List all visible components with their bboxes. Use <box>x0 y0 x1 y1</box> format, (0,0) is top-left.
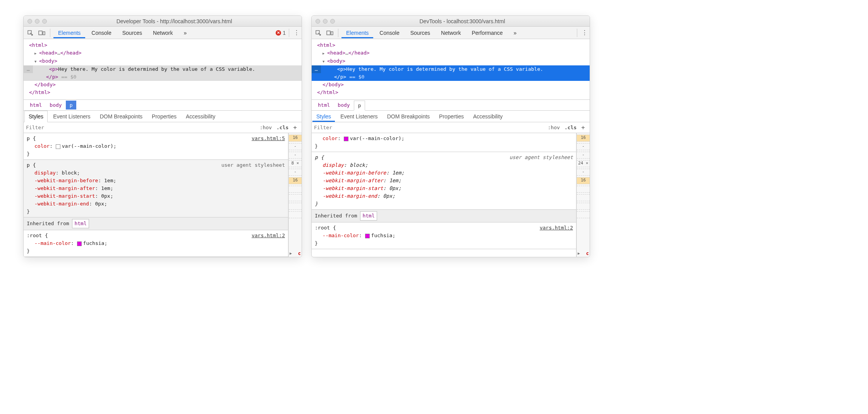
dom-node-p-selected[interactable]: … <p>Hey there. My color is determined b… <box>24 65 302 81</box>
device-toggle-icon[interactable] <box>37 28 47 38</box>
kebab-menu-icon[interactable]: ⋮ <box>292 29 300 36</box>
main-tab-elements[interactable]: Elements <box>53 27 85 38</box>
rule-origin[interactable]: vars.html:5 <box>252 135 285 142</box>
dom-tree[interactable]: <html> <head>…</head> <body> … <p>Hey th… <box>312 39 590 100</box>
close-dot[interactable] <box>316 19 320 24</box>
color-swatch[interactable] <box>344 137 348 141</box>
breadcrumb-body[interactable]: body <box>334 101 353 109</box>
cls-button[interactable]: .cls <box>562 125 579 130</box>
breadcrumb-body[interactable]: body <box>46 101 65 109</box>
css-declaration[interactable]: --main-color: fuchsia; <box>27 240 285 247</box>
dom-node-p-selected[interactable]: … <p>Hey there. My color is determined b… <box>312 65 590 81</box>
main-tab-console[interactable]: Console <box>375 27 404 38</box>
styles-tab-dom breakpoints[interactable]: DOM Breakpoints <box>383 111 434 122</box>
css-selector[interactable]: p { <box>27 135 36 141</box>
css-declaration[interactable]: display: block; <box>27 169 285 177</box>
add-rule-icon[interactable]: + <box>579 124 587 131</box>
hov-button[interactable]: :hov <box>257 125 274 130</box>
dom-node-head[interactable]: <head>…</head> <box>24 49 302 57</box>
styles-tab-styles[interactable]: Styles <box>24 111 48 122</box>
breadcrumb-html[interactable]: html <box>26 101 46 109</box>
css-selector[interactable]: p { <box>315 154 324 160</box>
styles-tab-properties[interactable]: Properties <box>148 111 180 122</box>
dom-node-body[interactable]: <body> <box>312 57 590 65</box>
titlebar: DevTools - localhost:3000/vars.html <box>312 16 590 27</box>
error-badge[interactable]: ✕ 1 <box>276 30 286 36</box>
css-declaration[interactable]: -webkit-margin-before: 1em; <box>315 169 573 177</box>
filter-input[interactable] <box>26 125 257 130</box>
dom-node-body[interactable]: <body> <box>24 57 302 65</box>
styles-tab-accessibility[interactable]: Accessibility <box>469 111 506 122</box>
styles-tab-properties[interactable]: Properties <box>435 111 468 122</box>
color-swatch[interactable] <box>365 234 370 238</box>
minimize-dot[interactable] <box>35 19 39 24</box>
css-declaration[interactable]: -webkit-margin-start: 0px; <box>315 185 573 192</box>
main-tab-sources[interactable]: Sources <box>118 27 147 38</box>
css-declaration[interactable]: -webkit-margin-end: 0px; <box>315 192 573 200</box>
dom-node-html-close[interactable]: </html> <box>24 89 302 96</box>
css-declaration[interactable]: color: var(--main-color); <box>315 135 573 142</box>
styles-tab-dom breakpoints[interactable]: DOM Breakpoints <box>96 111 146 122</box>
main-tab-network[interactable]: Network <box>436 27 465 38</box>
css-declaration[interactable]: -webkit-margin-start: 0px; <box>27 192 285 200</box>
inspect-icon[interactable] <box>313 28 323 38</box>
inherited-tag[interactable]: html <box>72 219 89 228</box>
minimize-dot[interactable] <box>323 19 328 24</box>
traffic-lights[interactable] <box>27 19 47 24</box>
breadcrumb-html[interactable]: html <box>314 101 334 109</box>
main-tab-performance[interactable]: Performance <box>467 27 507 38</box>
tabs-overflow-icon[interactable]: » <box>179 27 191 38</box>
css-selector[interactable]: :root { <box>27 233 48 238</box>
dom-node-body-close[interactable]: </body> <box>24 81 302 89</box>
main-tab-elements[interactable]: Elements <box>341 27 373 38</box>
expand-icon[interactable]: ▶ <box>578 251 580 255</box>
color-swatch[interactable] <box>56 144 60 149</box>
filter-input[interactable] <box>314 125 546 130</box>
styles-tab-event listeners[interactable]: Event Listeners <box>49 111 94 122</box>
css-property: -webkit-margin-after <box>322 178 383 183</box>
arrow-down-icon[interactable] <box>34 57 39 65</box>
kebab-menu-icon[interactable]: ⋮ <box>580 29 588 36</box>
device-toggle-icon[interactable] <box>325 28 335 38</box>
rule-origin[interactable]: vars.html:2 <box>540 224 573 232</box>
css-declaration[interactable]: display: block; <box>315 161 573 169</box>
color-swatch[interactable] <box>77 241 82 246</box>
css-declaration[interactable]: -webkit-margin-after: 1em; <box>27 185 285 192</box>
dom-node-html-close[interactable]: </html> <box>312 89 590 96</box>
close-dot[interactable] <box>27 19 32 24</box>
dom-tree[interactable]: <html> <head>…</head> <body> … <p>Hey th… <box>24 39 302 100</box>
arrow-right-icon[interactable] <box>34 49 39 57</box>
rule-origin[interactable]: vars.html:2 <box>252 232 285 240</box>
dom-node-html[interactable]: <html> <box>24 41 302 49</box>
css-declaration[interactable]: -webkit-margin-before: 1em; <box>27 177 285 185</box>
styles-tab-styles[interactable]: Styles <box>312 111 335 122</box>
tabs-overflow-icon[interactable]: » <box>509 27 521 38</box>
add-rule-icon[interactable]: + <box>291 124 299 131</box>
css-selector[interactable]: :root { <box>315 225 336 231</box>
css-selector[interactable]: p { <box>27 162 36 168</box>
arrow-down-icon[interactable] <box>322 57 327 65</box>
traffic-lights[interactable] <box>316 19 335 24</box>
css-declaration[interactable]: --main-color: fuchsia; <box>315 232 573 240</box>
breadcrumb-p[interactable]: p <box>354 101 365 111</box>
css-declaration[interactable]: -webkit-margin-after: 1em; <box>315 177 573 185</box>
dom-node-html[interactable]: <html> <box>312 41 590 49</box>
main-tab-network[interactable]: Network <box>148 27 177 38</box>
zoom-dot[interactable] <box>330 19 335 24</box>
dom-node-head[interactable]: <head>…</head> <box>312 49 590 57</box>
css-declaration[interactable]: color: var(--main-color); <box>27 142 285 150</box>
main-tab-sources[interactable]: Sources <box>406 27 435 38</box>
inherited-tag[interactable]: html <box>360 211 377 221</box>
css-declaration[interactable]: -webkit-margin-end: 0px; <box>27 200 285 208</box>
hov-button[interactable]: :hov <box>546 125 562 130</box>
arrow-right-icon[interactable] <box>322 49 327 57</box>
inspect-icon[interactable] <box>25 28 35 38</box>
zoom-dot[interactable] <box>42 19 47 24</box>
styles-tab-event listeners[interactable]: Event Listeners <box>336 111 382 122</box>
expand-icon[interactable]: ▶ <box>290 251 292 255</box>
styles-tab-accessibility[interactable]: Accessibility <box>182 111 219 122</box>
cls-button[interactable]: .cls <box>274 125 291 130</box>
main-tab-console[interactable]: Console <box>87 27 116 38</box>
dom-node-body-close[interactable]: </body> <box>312 81 590 89</box>
breadcrumb-p[interactable]: p <box>66 101 77 109</box>
